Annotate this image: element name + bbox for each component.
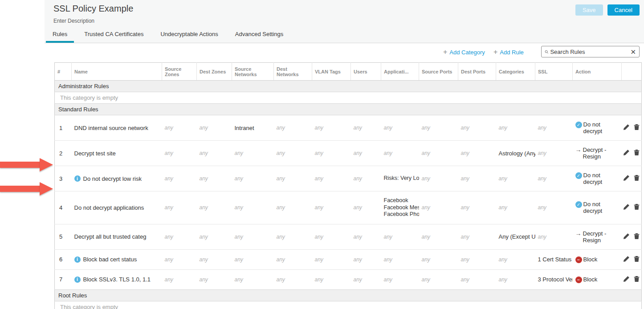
cell-dest-ports: any [458,166,496,191]
cell-categories: any [496,166,535,191]
policy-header-panel: SSL Policy Example Enter Description Sav… [45,0,644,43]
rule-row-3[interactable]: 3iDo not decrypt low riskanyanyanyanyany… [55,166,642,191]
save-button[interactable]: Save [575,4,603,16]
rule-name-cell: Do not decrypt applications [72,191,162,224]
row-controls [622,115,642,141]
delete-icon[interactable] [633,149,640,157]
cell-dest-networks: any [274,166,312,191]
search-input[interactable] [550,49,628,55]
cell-source-zones: any [162,249,197,269]
info-icon[interactable]: i [74,175,81,182]
category-label: Standard Rules [55,104,642,115]
cell-source-ports: any [419,269,458,289]
plus-icon: + [443,49,447,56]
delete-icon[interactable] [633,124,640,132]
cancel-button[interactable]: Cancel [607,4,640,16]
cell-categories: any [496,115,535,141]
rule-row-4[interactable]: 4Do not decrypt applicationsanyanyanyany… [55,191,642,224]
cell-categories: any [496,269,535,289]
cell-source-ports: any [419,166,458,191]
edit-icon[interactable] [623,233,630,241]
cell-dest-zones: any [197,141,232,166]
info-icon[interactable]: i [74,276,81,283]
tab-advanced-settings[interactable]: Advanced Settings [235,31,283,43]
cell-vlan-tags: any [312,249,351,269]
edit-icon[interactable] [623,276,630,284]
add-rule-button[interactable]: + Add Rule [493,49,524,56]
rule-number: 3 [55,166,72,191]
cell-dest-networks: any [274,115,312,141]
cell-action: →Decrypt - Resign [573,224,622,249]
cell-source-zones: any [162,141,197,166]
tab-trusted-ca-certificates[interactable]: Trusted CA Certificates [84,31,143,43]
action-label: Do not decrypt [583,121,619,134]
cell-dest-zones: any [197,115,232,141]
search-rules-box: ✕ [541,46,640,57]
plus-icon: + [493,49,497,56]
delete-icon[interactable] [633,233,640,241]
do-not-decrypt-icon: ✓ [575,201,582,208]
column-header: Source Networks [232,63,274,81]
rule-number: 6 [55,249,72,269]
edit-icon[interactable] [623,124,630,132]
rule-name: Block SSLv3. TLS 1.0, 1.1 [83,276,151,283]
cell-action: ✓Do not decrypt [573,191,622,224]
edit-icon[interactable] [623,175,630,183]
cell-dest-ports: any [458,141,496,166]
description-field[interactable]: Enter Description [53,18,94,24]
edit-icon[interactable] [623,203,630,211]
delete-icon[interactable] [633,175,640,183]
row-controls [622,191,642,224]
rule-row-5[interactable]: 5Decrypt all but trusted categanyanyanya… [55,224,642,249]
rule-row-2[interactable]: 2Decrypt test siteanyanyanyanyanyanyanya… [55,141,642,166]
cell-vlan-tags: any [312,115,351,141]
delete-icon[interactable] [633,256,640,264]
cell-users: any [351,224,381,249]
rule-row-7[interactable]: 7iBlock SSLv3. TLS 1.0, 1.1anyanyanyanya… [55,269,642,289]
edit-icon[interactable] [623,149,630,157]
rule-row-6[interactable]: 6iBlock bad cert statusanyanyanyanyanyan… [55,249,642,269]
cell-dest-networks: any [274,249,312,269]
cell-dest-ports: any [458,249,496,269]
rule-name: Decrypt test site [74,150,116,157]
add-category-button[interactable]: + Add Category [443,49,485,56]
rule-number: 4 [55,191,72,224]
delete-icon[interactable] [633,276,640,284]
cell-vlan-tags: any [312,224,351,249]
category-label: This category is empty [55,92,642,104]
action-label: Do not decrypt [583,172,619,185]
cell-source-ports: any [419,191,458,224]
delete-icon[interactable] [633,203,640,211]
rules-table: #NameSource ZonesDest ZonesSource Networ… [54,62,642,309]
rule-name-cell: iBlock bad cert status [72,249,162,269]
rule-name: Decrypt all but trusted categ [74,233,147,240]
info-icon[interactable]: i [74,256,81,263]
cell-dest-ports: any [458,115,496,141]
rule-number: 7 [55,269,72,289]
clear-search-icon[interactable]: ✕ [630,49,636,55]
rule-number: 2 [55,141,72,166]
tab-undecryptable-actions[interactable]: Undecryptable Actions [160,31,218,43]
cell-categories: any [496,191,535,224]
cell-dest-networks: any [274,141,312,166]
category-label: Root Rules [55,289,642,301]
rule-name-cell: Decrypt all but trusted categ [72,224,162,249]
category-empty-row: This category is empty [55,92,642,104]
row-controls [622,166,642,191]
column-header: Source Ports [419,63,458,81]
rule-row-1[interactable]: 1DND internal source networkanyanyIntran… [55,115,642,141]
category-row: Administrator Rules [55,81,642,92]
action-label: Decrypt - Resign [583,230,619,244]
cell-dest-ports: any [458,269,496,289]
cell-source-ports: any [419,141,458,166]
cell-source-ports: any [419,224,458,249]
tab-rules[interactable]: Rules [53,31,67,43]
rule-number: 5 [55,224,72,249]
cell-ssl: 3 Protocol Versi [535,269,573,289]
cell-ssl: any [535,115,573,141]
rule-name-cell: DND internal source network [72,115,162,141]
column-header: Dest Zones [197,63,232,81]
edit-icon[interactable] [623,256,630,264]
column-header: Users [351,63,381,81]
cell-ssl: any [535,166,573,191]
